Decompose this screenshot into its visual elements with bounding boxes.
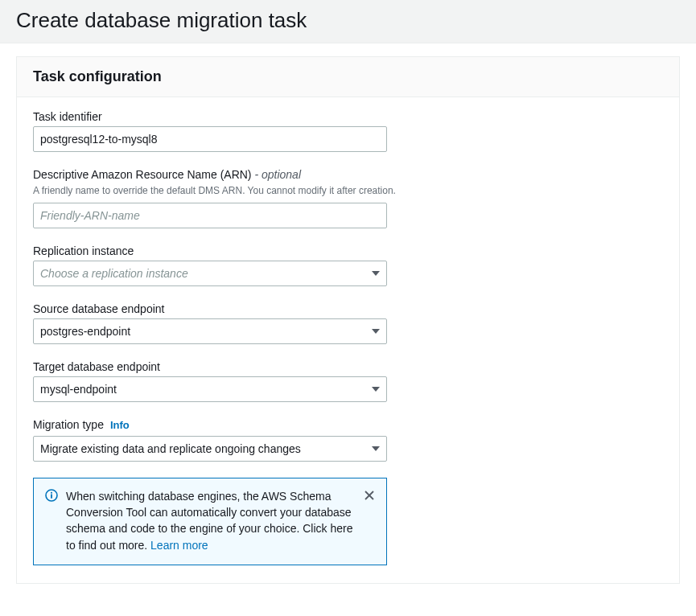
source-endpoint-group: Source database endpoint postgres-endpoi… [33, 302, 663, 344]
page-header: Create database migration task [0, 0, 696, 43]
info-box-text: When switching database engines, the AWS… [66, 488, 356, 553]
target-endpoint-value: mysql-endpoint [40, 383, 365, 396]
migration-type-group: Migration type Info Migrate existing dat… [33, 418, 663, 462]
svg-rect-2 [51, 492, 52, 494]
schema-conversion-info-box: When switching database engines, the AWS… [33, 478, 387, 565]
chevron-down-icon [372, 446, 380, 451]
arn-label-text: Descriptive Amazon Resource Name (ARN) [33, 168, 252, 181]
panel-header: Task configuration [17, 57, 679, 97]
learn-more-link[interactable]: Learn more [150, 539, 208, 552]
info-icon [45, 489, 58, 502]
replication-instance-label: Replication instance [33, 244, 663, 257]
info-box-message: When switching database engines, the AWS… [66, 490, 352, 552]
source-endpoint-value: postgres-endpoint [40, 325, 365, 338]
migration-type-value: Migrate existing data and replicate ongo… [40, 442, 365, 455]
info-box-close-button[interactable] [364, 490, 375, 501]
task-identifier-label: Task identifier [33, 110, 663, 123]
target-endpoint-select[interactable]: mysql-endpoint [33, 376, 387, 402]
arn-input[interactable] [33, 203, 387, 228]
svg-rect-1 [51, 494, 52, 498]
task-identifier-input[interactable] [33, 126, 387, 152]
target-endpoint-group: Target database endpoint mysql-endpoint [33, 360, 663, 402]
task-identifier-group: Task identifier [33, 110, 663, 152]
arn-label: Descriptive Amazon Resource Name (ARN) -… [33, 168, 663, 181]
source-endpoint-label: Source database endpoint [33, 302, 663, 315]
target-endpoint-label: Target database endpoint [33, 360, 663, 373]
arn-help-text: A friendly name to override the default … [33, 184, 663, 198]
migration-type-info-link[interactable]: Info [110, 419, 130, 431]
arn-optional-tag: - optional [252, 168, 301, 181]
replication-instance-select[interactable]: Choose a replication instance [33, 261, 387, 286]
task-config-panel: Task configuration Task identifier Descr… [16, 56, 680, 584]
close-icon [364, 490, 375, 501]
chevron-down-icon [372, 329, 380, 334]
replication-instance-value: Choose a replication instance [40, 267, 365, 280]
page-title: Create database migration task [16, 8, 680, 33]
replication-instance-group: Replication instance Choose a replicatio… [33, 244, 663, 286]
panel-title: Task configuration [33, 68, 663, 85]
migration-type-label: Migration type [33, 418, 104, 431]
chevron-down-icon [372, 387, 380, 392]
source-endpoint-select[interactable]: postgres-endpoint [33, 318, 387, 344]
migration-type-select[interactable]: Migrate existing data and replicate ongo… [33, 436, 387, 462]
chevron-down-icon [372, 271, 380, 276]
arn-group: Descriptive Amazon Resource Name (ARN) -… [33, 168, 663, 228]
